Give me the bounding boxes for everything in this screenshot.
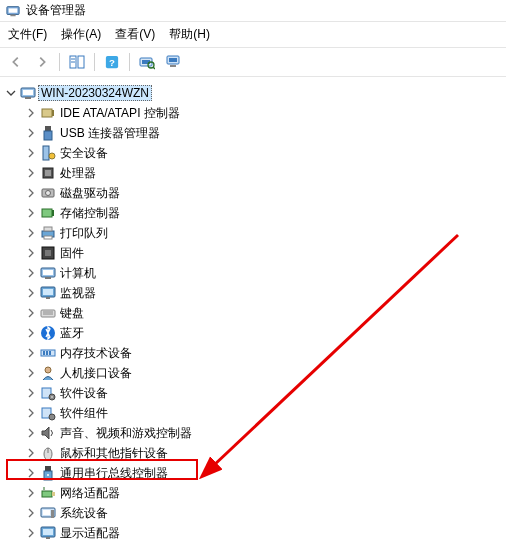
svg-rect-14 xyxy=(169,58,177,62)
svg-text:?: ? xyxy=(109,57,115,68)
menu-action[interactable]: 操作(A) xyxy=(61,26,101,43)
expand-arrow-icon[interactable] xyxy=(24,466,38,480)
svg-rect-49 xyxy=(49,351,51,355)
menu-file[interactable]: 文件(F) xyxy=(8,26,47,43)
tree-root[interactable]: WIN-20230324WZN xyxy=(0,83,506,103)
device-category-label: 计算机 xyxy=(58,265,96,282)
nav-back-button[interactable] xyxy=(4,51,28,73)
device-category-row[interactable]: 网络适配器 xyxy=(0,483,506,503)
expand-arrow-icon[interactable] xyxy=(24,386,38,400)
device-category-row[interactable]: 计算机 xyxy=(0,263,506,283)
svg-rect-15 xyxy=(170,65,176,67)
network-icon xyxy=(40,485,56,501)
svg-rect-33 xyxy=(44,236,52,239)
expand-arrow-icon[interactable] xyxy=(24,306,38,320)
svg-rect-1 xyxy=(9,8,18,12)
menu-help[interactable]: 帮助(H) xyxy=(169,26,210,43)
expand-arrow-icon[interactable] xyxy=(24,146,38,160)
menu-view[interactable]: 查看(V) xyxy=(115,26,155,43)
expand-arrow-icon[interactable] xyxy=(24,266,38,280)
device-category-row[interactable]: 蓝牙 xyxy=(0,323,506,343)
svg-point-60 xyxy=(47,474,49,476)
svg-point-28 xyxy=(46,191,51,196)
expand-arrow-icon[interactable] xyxy=(24,126,38,140)
svg-rect-68 xyxy=(43,529,53,535)
device-category-row[interactable]: 安全设备 xyxy=(0,143,506,163)
expand-arrow-icon[interactable] xyxy=(24,486,38,500)
expand-arrow-icon[interactable] xyxy=(24,246,38,260)
expand-arrow-icon[interactable] xyxy=(24,206,38,220)
show-hide-tree-button[interactable] xyxy=(65,51,89,73)
device-category-label: USB 连接器管理器 xyxy=(58,125,160,142)
svg-rect-2 xyxy=(10,14,15,16)
scan-hardware-button[interactable] xyxy=(135,51,159,73)
expand-arrow-icon[interactable] xyxy=(24,526,38,540)
svg-rect-29 xyxy=(42,209,52,217)
expand-arrow-icon[interactable] xyxy=(24,186,38,200)
device-category-label: 安全设备 xyxy=(58,145,108,162)
device-category-row[interactable]: IDE ATA/ATAPI 控制器 xyxy=(0,103,506,123)
display-icon xyxy=(40,525,56,541)
svg-rect-22 xyxy=(44,131,52,140)
device-category-label: 打印队列 xyxy=(58,225,108,242)
device-category-row[interactable]: 存储控制器 xyxy=(0,203,506,223)
svg-rect-69 xyxy=(46,537,50,539)
svg-rect-18 xyxy=(25,97,31,99)
svg-rect-40 xyxy=(43,289,53,295)
device-category-label: 蓝牙 xyxy=(58,325,84,342)
device-category-label: 存储控制器 xyxy=(58,205,120,222)
system-icon xyxy=(40,505,56,521)
device-category-row[interactable]: 磁盘驱动器 xyxy=(0,183,506,203)
expand-arrow-icon[interactable] xyxy=(24,426,38,440)
device-category-label: 通用串行总线控制器 xyxy=(58,465,168,482)
device-category-row[interactable]: 固件 xyxy=(0,243,506,263)
root-computer-name[interactable]: WIN-20230324WZN xyxy=(38,85,152,101)
device-category-label: 磁盘驱动器 xyxy=(58,185,120,202)
monitor-icon xyxy=(40,285,56,301)
help-button[interactable]: ? xyxy=(100,51,124,73)
device-category-row[interactable]: 监视器 xyxy=(0,283,506,303)
svg-rect-48 xyxy=(46,351,48,355)
mouse-icon xyxy=(40,445,56,461)
device-category-row[interactable]: 人机接口设备 xyxy=(0,363,506,383)
device-category-row[interactable]: 内存技术设备 xyxy=(0,343,506,363)
computer-icon xyxy=(40,265,56,281)
expand-arrow-icon[interactable] xyxy=(24,446,38,460)
device-category-row[interactable]: 软件设备 xyxy=(0,383,506,403)
svg-rect-30 xyxy=(52,210,54,216)
device-category-row[interactable]: USB 连接器管理器 xyxy=(0,123,506,143)
device-category-row[interactable]: 处理器 xyxy=(0,163,506,183)
usbctrl-icon xyxy=(40,465,56,481)
expand-arrow-icon[interactable] xyxy=(24,346,38,360)
device-category-row[interactable]: 键盘 xyxy=(0,303,506,323)
menu-bar: 文件(F) 操作(A) 查看(V) 帮助(H) xyxy=(0,22,506,48)
device-tree: WIN-20230324WZN IDE ATA/ATAPI 控制器USB 连接器… xyxy=(0,77,506,547)
window-title: 设备管理器 xyxy=(26,2,86,19)
device-category-label: 显示适配器 xyxy=(58,525,120,542)
expand-arrow-icon[interactable] xyxy=(24,506,38,520)
svg-rect-37 xyxy=(43,270,53,275)
devices-by-type-button[interactable] xyxy=(161,51,185,73)
expand-arrow-icon[interactable] xyxy=(24,106,38,120)
expand-arrow-icon[interactable] xyxy=(4,86,18,100)
svg-rect-66 xyxy=(51,510,54,518)
device-category-row[interactable]: 软件组件 xyxy=(0,403,506,423)
expand-arrow-icon[interactable] xyxy=(24,366,38,380)
expand-arrow-icon[interactable] xyxy=(24,406,38,420)
device-category-row[interactable]: 声音、视频和游戏控制器 xyxy=(0,423,506,443)
device-category-row[interactable]: 鼠标和其他指针设备 xyxy=(0,443,506,463)
software-icon xyxy=(40,385,56,401)
device-category-row[interactable]: 系统设备 xyxy=(0,503,506,523)
device-category-row[interactable]: 显示适配器 xyxy=(0,523,506,543)
device-category-label: 固件 xyxy=(58,245,84,262)
device-category-row[interactable]: 通用串行总线控制器 xyxy=(0,463,506,483)
expand-arrow-icon[interactable] xyxy=(24,326,38,340)
nav-forward-button[interactable] xyxy=(30,51,54,73)
device-category-row[interactable]: 打印队列 xyxy=(0,223,506,243)
device-category-label: IDE ATA/ATAPI 控制器 xyxy=(58,105,180,122)
expand-arrow-icon[interactable] xyxy=(24,166,38,180)
svg-rect-62 xyxy=(52,492,55,496)
expand-arrow-icon[interactable] xyxy=(24,286,38,300)
expand-arrow-icon[interactable] xyxy=(24,226,38,240)
toolbar-separator xyxy=(94,53,95,71)
